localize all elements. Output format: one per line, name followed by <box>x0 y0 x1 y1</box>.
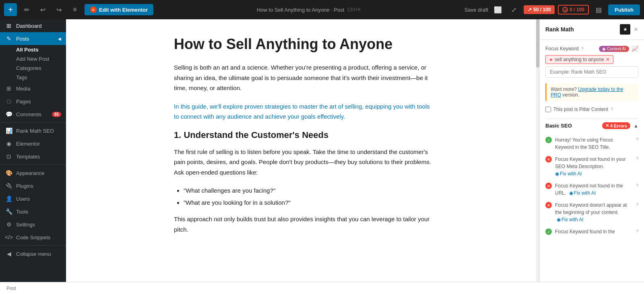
check-text-1: Hurray! You're using Focus Keyword in th… <box>555 136 633 151</box>
sidebar-item-posts[interactable]: ✎ Posts ◀ <box>0 32 66 45</box>
sidebar-sub-categories[interactable]: Categories <box>0 64 66 73</box>
sidebar-item-appearance[interactable]: 🎨 Appearance <box>0 167 66 179</box>
check-5-help-icon[interactable]: ? <box>636 228 638 235</box>
sidebar-sub-add-new[interactable]: Add New Post <box>0 54 66 64</box>
keyword-star-icon: ★ <box>549 57 553 62</box>
check-2-help-icon[interactable]: ? <box>636 156 638 162</box>
check-3-help-icon[interactable]: ? <box>636 182 638 189</box>
readability-icon: ◎ <box>562 7 568 12</box>
sidebar-item-pages[interactable]: □ Pages <box>0 95 66 108</box>
sidebar-item-label: Plugins <box>16 183 33 189</box>
sidebar-item-label: Rank Math SEO <box>16 128 54 134</box>
sidebar-sub-all-posts[interactable]: All Posts <box>0 45 66 54</box>
rank-math-close-button[interactable]: ✕ <box>634 26 638 33</box>
sidebar-divider-1 <box>0 122 66 123</box>
add-button[interactable]: + <box>4 3 17 16</box>
scrollbar-thumb[interactable] <box>536 19 539 68</box>
list-item-2[interactable]: "What are you looking for in a solution?… <box>184 197 431 208</box>
redo-button[interactable]: ↪ <box>52 3 65 16</box>
pillar-content-label: This post is Pillar Content <box>553 107 608 112</box>
save-draft-button[interactable]: Save draft <box>464 7 488 13</box>
dashboard-icon: ⊞ <box>5 23 13 29</box>
main-layout: ⊞ Dashboard ✎ Posts ◀ All Posts Add New … <box>0 19 644 282</box>
sidebar-toggle-button[interactable]: ▤ <box>592 3 605 16</box>
fix-ai-link-2[interactable]: ◉ Fix with AI <box>555 170 582 177</box>
fullscreen-button[interactable]: ⤢ <box>508 3 520 16</box>
sidebar-item-plugins[interactable]: 🔌 Plugins <box>0 179 66 192</box>
upgrade-banner: Want more? Upgrade today to the PRO vers… <box>545 83 638 101</box>
check-4-help-icon[interactable]: ? <box>636 201 638 208</box>
content-ai-button[interactable]: ◉ Content AI <box>599 46 629 52</box>
templates-icon: ⊡ <box>5 153 13 160</box>
editor-heading-1[interactable]: 1. Understand the Customer's Needs <box>174 130 431 140</box>
check-icon-2: ✕ <box>545 156 552 162</box>
sidebar-item-templates[interactable]: ⊡ Templates <box>0 150 66 163</box>
seo-check-5: ✓ Focus Keyword found in the ? <box>545 228 638 235</box>
sidebar-item-dashboard[interactable]: ⊞ Dashboard <box>0 19 66 32</box>
seo-score-value: 50 / 100 <box>533 7 551 12</box>
editor-content: How to Sell Anything to Anyone Selling i… <box>150 19 456 259</box>
sidebar-item-label: Collapse menu <box>16 251 51 257</box>
sidebar-item-media[interactable]: ⊞ Media <box>0 82 66 95</box>
keyword-tag-container: ★ sell anything to anyone ✕ <box>545 55 638 66</box>
sidebar-item-settings[interactable]: ⚙ Settings <box>0 218 66 231</box>
basic-seo-section: Basic SEO ✕ 4 Errors ▲ ✓ Hurray! You're … <box>545 119 638 235</box>
seo-check-4: ✕ Focus Keyword doesn't appear at the be… <box>545 201 638 223</box>
list-item-1[interactable]: "What challenges are you facing?" <box>184 185 431 196</box>
keyword-input[interactable] <box>545 66 638 78</box>
sidebar-divider-3 <box>0 245 66 246</box>
sidebar-item-elementor[interactable]: ◉ Elementor <box>0 137 66 150</box>
fix-ai-link-4[interactable]: ◉ Fix with AI <box>557 216 584 223</box>
basic-seo-header[interactable]: Basic SEO ✕ 4 Errors ▲ <box>545 119 638 132</box>
editor-paragraph-4[interactable]: This approach not only builds trust but … <box>174 214 431 234</box>
settings-icon: ⚙ <box>5 221 13 228</box>
editor-paragraph-3[interactable]: The first rule of selling is to listen b… <box>174 147 431 178</box>
sidebar-item-rank-math[interactable]: 📊 Rank Math SEO <box>0 124 66 137</box>
tools-icon: 🔧 <box>5 208 13 215</box>
basic-seo-title: Basic SEO <box>545 123 602 129</box>
editor-paragraph-2[interactable]: In this guide, we'll explore proven stra… <box>174 101 431 122</box>
keyword-tag-remove-button[interactable]: ✕ <box>606 57 610 62</box>
sidebar-item-label: Users <box>16 196 30 202</box>
sidebar-item-code-snippets[interactable]: </> Code Snippets <box>0 231 66 244</box>
sidebar-item-collapse[interactable]: ◀ Collapse menu <box>0 247 66 260</box>
pillar-content-checkbox[interactable] <box>545 107 551 112</box>
error-badge: ✕ 4 Errors <box>602 122 630 129</box>
scrollbar-track[interactable] <box>536 19 539 282</box>
check-text-2: Focus Keyword not found in your SEO Meta… <box>555 156 633 177</box>
sidebar-sub-tags[interactable]: Tags <box>0 73 66 82</box>
sidebar-item-label: Comments <box>16 111 41 117</box>
seo-score-badge[interactable]: ↗ 50 / 100 <box>524 5 555 14</box>
sidebar-item-users[interactable]: 👤 Users <box>0 192 66 205</box>
list-view-button[interactable]: ≡ <box>68 3 81 16</box>
readability-score-badge[interactable]: ◎ 0 / 100 <box>558 5 589 14</box>
fix-ai-icon-3: ◉ <box>569 189 573 197</box>
edit-elementor-button[interactable]: E Edit with Elementor <box>85 4 153 15</box>
trend-button[interactable]: 📈 <box>632 45 638 52</box>
pillar-help-icon[interactable]: ? <box>611 107 613 112</box>
undo-button[interactable]: ↩ <box>36 3 49 16</box>
sidebar-item-comments[interactable]: 💬 Comments 85 <box>0 108 66 121</box>
rank-math-icon: 📊 <box>5 127 13 134</box>
publish-button[interactable]: Publish <box>608 4 640 15</box>
arrow-icon: ◀ <box>58 37 61 41</box>
post-title[interactable]: How to Sell Anything to Anyone <box>174 35 431 53</box>
sidebar-item-tools[interactable]: 🔧 Tools <box>0 205 66 218</box>
basic-seo-collapse-button[interactable]: ▲ <box>634 123 638 129</box>
content-ai-icon: ◉ <box>602 47 606 51</box>
focus-keyword-help-icon[interactable]: ? <box>581 46 584 51</box>
post-type-label: Post <box>6 286 16 291</box>
editor-area: How to Sell Anything to Anyone Selling i… <box>66 19 539 282</box>
preview-button[interactable]: ⬜ <box>491 3 504 16</box>
shortcut-hint: Ctrl+K <box>347 7 361 12</box>
pen-icon[interactable]: ✏ <box>20 3 33 16</box>
sidebar-item-label: Templates <box>16 154 40 160</box>
editor-paragraph-1[interactable]: Selling is both an art and a science. Wh… <box>174 62 431 93</box>
readability-score-value: 0 / 100 <box>570 7 584 12</box>
fix-ai-link-3[interactable]: ◉ Fix with AI <box>569 189 596 197</box>
check-icon-5: ✓ <box>545 228 552 235</box>
rank-math-panel: Rank Math ★ ✕ Focus Keyword ? ◉ Content … <box>539 19 644 282</box>
toolbar-right: Save draft ⬜ ⤢ ↗ 50 / 100 ◎ 0 / 100 ▤ Pu… <box>464 3 640 16</box>
check-1-help-icon[interactable]: ? <box>636 136 638 143</box>
bottom-bar: Post <box>0 282 644 294</box>
